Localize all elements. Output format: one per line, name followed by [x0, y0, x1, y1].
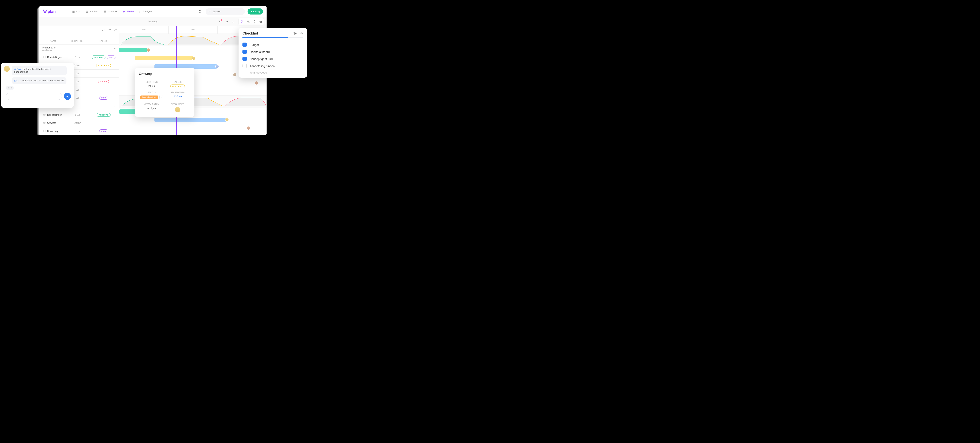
avatar	[4, 66, 10, 72]
eye-icon[interactable]	[224, 19, 229, 24]
search-input[interactable]	[213, 10, 242, 13]
nav-label: Lijst	[76, 10, 81, 13]
arrow-right-icon[interactable]	[300, 31, 303, 35]
svg-rect-2	[104, 11, 106, 13]
nav-analyse[interactable]: Analyse	[137, 8, 154, 14]
nav-kalender[interactable]: Kalender	[102, 8, 119, 14]
task-name: Doelstellingen	[47, 56, 62, 59]
est-label: SCHATTING	[139, 81, 165, 83]
label-pill: PRIO	[99, 129, 108, 133]
chat-composer	[4, 93, 71, 100]
send-button[interactable]	[64, 93, 71, 100]
svg-rect-12	[43, 130, 46, 132]
list-icon	[72, 10, 75, 13]
task-bar[interactable]	[194, 126, 248, 130]
checklist-item[interactable]: Offerte akkoord	[242, 48, 303, 55]
task-bar[interactable]	[245, 89, 267, 93]
checkbox[interactable]	[242, 57, 247, 61]
label-pill: CONTROLE	[96, 64, 111, 67]
checklist-item[interactable]: Budget	[242, 41, 303, 48]
filter-icon[interactable]	[217, 19, 222, 24]
task-name: Doelstellingen	[47, 113, 62, 116]
chat-input[interactable]	[6, 93, 62, 100]
nav-lijst[interactable]: Lijst	[70, 8, 83, 14]
checkbox[interactable]	[242, 43, 247, 47]
due-label: VERVALDATUM	[139, 103, 165, 105]
timeline-icon	[123, 10, 126, 13]
avatar	[233, 73, 237, 76]
task-est: 8 uur	[67, 56, 88, 59]
pencil-icon[interactable]	[101, 27, 106, 32]
week-label: W21	[119, 26, 169, 33]
svg-point-6	[248, 21, 249, 21]
typing-indicator	[4, 86, 71, 90]
tag-icon[interactable]	[252, 19, 257, 24]
chat-text: top! Zullen we hier morgen voor zitten?	[21, 79, 64, 82]
label-pill: PRIO	[107, 56, 115, 59]
table-row[interactable]: Uitvoering5 uurPRIO	[39, 127, 119, 135]
arrow-right-icon[interactable]	[159, 95, 163, 99]
task-bar[interactable]	[135, 56, 194, 61]
nav-label: Kalender	[107, 10, 118, 13]
eye-icon[interactable]	[107, 27, 111, 32]
toolbar-views	[238, 18, 264, 25]
status-chip[interactable]: Internal controle	[140, 96, 158, 99]
task-bar[interactable]	[154, 118, 227, 122]
chevron-down-icon[interactable]	[113, 47, 116, 50]
today-label[interactable]: Vandaag	[148, 20, 158, 23]
labels-label: LABELS	[165, 81, 191, 83]
puzzle-icon[interactable]	[239, 19, 244, 24]
group-header[interactable]: Project 1034 Van Brussel	[39, 45, 119, 53]
table-row[interactable]: Doelstellingen6 uurAKKOORD	[39, 111, 119, 119]
eye-off-icon[interactable]	[113, 27, 118, 32]
card-icon	[43, 56, 46, 59]
backlog-button[interactable]: Backlog	[248, 8, 263, 14]
svg-rect-10	[43, 114, 46, 115]
search-box[interactable]	[205, 8, 245, 15]
column-headers: NAAM SCHATTING LABELS	[39, 38, 119, 45]
progress-bar	[242, 37, 303, 38]
table-row[interactable]: Ontwerp10 uur	[39, 119, 119, 127]
week-label: W22	[169, 26, 218, 33]
nav-label: Analyse	[143, 10, 152, 13]
mention[interactable]: @Dave	[14, 68, 22, 70]
nav-tabs: Lijst Kanban Kalender Tijdlijn Analyse	[70, 8, 154, 14]
add-item-input[interactable]: Item toevoegen	[242, 69, 303, 74]
checklist-item[interactable]: Aanbetaling binnen	[242, 62, 303, 69]
task-detail-popover: Ontwerp SCHATTING24 uur LABELSCONTROLE S…	[135, 68, 194, 117]
svg-point-4	[226, 21, 227, 22]
start-value[interactable]: di 30 mei	[165, 95, 191, 98]
svg-rect-9	[43, 56, 46, 58]
fullscreen-button[interactable]	[197, 9, 203, 14]
task-est: 6 uur	[67, 113, 88, 116]
avatar	[255, 81, 258, 85]
avatar[interactable]	[175, 107, 180, 112]
nav-tijdlijn[interactable]: Tijdlijn	[121, 8, 136, 14]
nav-kanban[interactable]: Kanban	[84, 8, 100, 14]
checkbox[interactable]	[242, 64, 247, 68]
nav-label: Tijdlijn	[127, 10, 134, 13]
task-bar[interactable]	[196, 73, 235, 77]
task-bar[interactable]	[119, 48, 149, 52]
header-right: Backlog	[197, 8, 263, 15]
chat-panel: @Dave de klant heeft het concept goedgek…	[1, 63, 74, 108]
task-est: 10 uur	[67, 121, 88, 124]
group-subtitle: Van Brussel	[42, 49, 56, 51]
svg-point-3	[209, 10, 210, 12]
tools-icon[interactable]	[231, 19, 235, 24]
checklist-label: Budget	[250, 43, 259, 46]
archive-icon[interactable]	[258, 19, 263, 24]
avatar	[247, 126, 250, 130]
table-row[interactable]: Doelstellingen8 uurAKKOORDPRIO	[39, 53, 119, 61]
chevron-down-icon[interactable]	[113, 105, 116, 108]
checkbox[interactable]	[242, 49, 247, 54]
checklist-item[interactable]: Concept gestuurd	[242, 55, 303, 62]
people-icon[interactable]	[246, 19, 251, 24]
chat-bubble: @Dave de klant heeft het concept goedgek…	[12, 66, 67, 75]
due-value: wo 7 juni	[139, 107, 165, 110]
mention[interactable]: @Lisa	[14, 79, 21, 82]
toolbar-filters	[217, 19, 235, 24]
chat-message: @Lisa top! Zullen we hier morgen voor zi…	[12, 77, 71, 84]
svg-text:plan: plan	[48, 9, 56, 14]
task-bar[interactable]	[213, 81, 256, 85]
